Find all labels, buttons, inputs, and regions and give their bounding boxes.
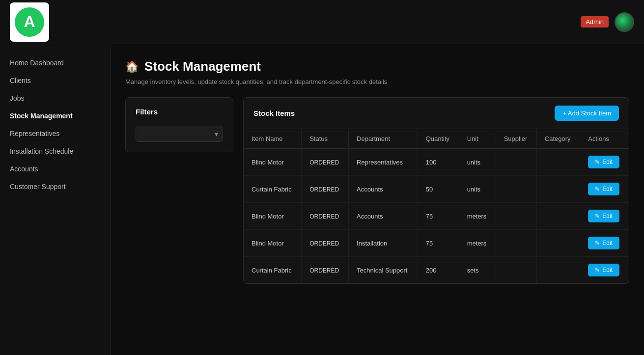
cell-actions: ✎ Edit (580, 257, 629, 284)
stock-table: Item Name Status Department Quantity Uni… (244, 129, 629, 283)
col-status: Status (302, 129, 349, 149)
filters-panel: Filters (125, 97, 233, 152)
table-row: Blind Motor ORDERED Accounts 75 meters ✎… (244, 203, 629, 230)
cell-actions: ✎ Edit (580, 149, 629, 176)
page-subtitle: Manage inventory levels, update stock qu… (125, 78, 629, 85)
logo-letter: A (15, 7, 44, 37)
table-row: Curtain Fabric ORDERED Technical Support… (244, 257, 629, 284)
edit-icon: ✎ (595, 186, 600, 192)
cell-quantity: 75 (418, 230, 459, 257)
cell-supplier (496, 257, 536, 284)
cell-supplier (496, 230, 536, 257)
col-department: Department (349, 129, 418, 149)
cell-quantity: 50 (418, 176, 459, 203)
cell-status: ORDERED (302, 176, 349, 203)
col-unit: Unit (459, 129, 496, 149)
admin-badge: Admin (581, 16, 609, 27)
edit-button[interactable]: ✎ Edit (588, 183, 619, 195)
layout: Home Dashboard Clients Jobs Stock Manage… (0, 44, 644, 355)
cell-department: Accounts (349, 176, 418, 203)
col-quantity: Quantity (418, 129, 459, 149)
filter-select[interactable] (136, 126, 223, 142)
edit-button[interactable]: ✎ Edit (588, 210, 619, 222)
stock-header: Stock Items + Add Stock Item (244, 98, 629, 129)
col-item-name: Item Name (244, 129, 302, 149)
table-row: Blind Motor ORDERED Installation 75 mete… (244, 230, 629, 257)
add-stock-item-button[interactable]: + Add Stock Item (555, 106, 619, 121)
sidebar-item-accounts[interactable]: Accounts (0, 160, 110, 178)
edit-button[interactable]: ✎ Edit (588, 156, 619, 168)
edit-icon: ✎ (595, 267, 600, 273)
cell-quantity: 200 (418, 257, 459, 284)
cell-item-name: Blind Motor (244, 203, 302, 230)
sidebar-item-installation-schedule[interactable]: Installation Schedule (0, 142, 110, 160)
sidebar-item-clients[interactable]: Clients (0, 72, 110, 89)
cell-department: Accounts (349, 203, 418, 230)
cell-department: Representatives (349, 149, 418, 176)
edit-icon: ✎ (595, 213, 600, 219)
cell-quantity: 100 (418, 149, 459, 176)
edit-button[interactable]: ✎ Edit (588, 237, 619, 249)
sidebar-item-home-dashboard[interactable]: Home Dashboard (0, 54, 110, 72)
col-supplier: Supplier (496, 129, 536, 149)
cell-supplier (496, 149, 536, 176)
table-row: Curtain Fabric ORDERED Accounts 50 units… (244, 176, 629, 203)
page-title: Stock Management (144, 59, 261, 74)
header-right: Admin (581, 12, 634, 32)
cell-status: ORDERED (302, 203, 349, 230)
cell-category (536, 203, 580, 230)
cell-status: ORDERED (302, 230, 349, 257)
edit-icon: ✎ (595, 240, 600, 246)
sidebar-item-customer-support[interactable]: Customer Support (0, 178, 110, 195)
table-header-row: Item Name Status Department Quantity Uni… (244, 129, 629, 149)
filters-title: Filters (136, 108, 223, 116)
cell-status: ORDERED (302, 257, 349, 284)
sidebar-item-jobs[interactable]: Jobs (0, 89, 110, 107)
cell-unit: meters (459, 230, 496, 257)
logo: A (10, 2, 49, 42)
cell-actions: ✎ Edit (580, 230, 629, 257)
filter-select-wrapper (136, 126, 223, 142)
cell-supplier (496, 203, 536, 230)
cell-category (536, 176, 580, 203)
table-row: Blind Motor ORDERED Representatives 100 … (244, 149, 629, 176)
stock-panel: Stock Items + Add Stock Item Item Name S… (243, 97, 629, 284)
cell-category (536, 230, 580, 257)
cell-department: Installation (349, 230, 418, 257)
cell-unit: meters (459, 203, 496, 230)
cell-category (536, 149, 580, 176)
col-actions: Actions (580, 129, 629, 149)
cell-item-name: Blind Motor (244, 230, 302, 257)
cell-unit: units (459, 176, 496, 203)
cell-item-name: Curtain Fabric (244, 176, 302, 203)
cell-department: Technical Support (349, 257, 418, 284)
cell-quantity: 75 (418, 203, 459, 230)
cell-status: ORDERED (302, 149, 349, 176)
cell-unit: units (459, 149, 496, 176)
content-row: Filters Stock Items + Add Stock Item Ite (125, 97, 629, 284)
cell-unit: sets (459, 257, 496, 284)
cell-actions: ✎ Edit (580, 176, 629, 203)
stock-title: Stock Items (253, 109, 295, 117)
cell-supplier (496, 176, 536, 203)
sidebar-item-representatives[interactable]: Representatives (0, 125, 110, 142)
sidebar: Home Dashboard Clients Jobs Stock Manage… (0, 44, 111, 355)
edit-icon: ✎ (595, 159, 600, 165)
cell-item-name: Blind Motor (244, 149, 302, 176)
cell-actions: ✎ Edit (580, 203, 629, 230)
col-category: Category (536, 129, 580, 149)
edit-button[interactable]: ✎ Edit (588, 264, 619, 276)
avatar[interactable] (615, 12, 634, 32)
cell-category (536, 257, 580, 284)
warehouse-icon: 🏠 (125, 60, 139, 73)
header: A Admin (0, 0, 644, 44)
cell-item-name: Curtain Fabric (244, 257, 302, 284)
main-content: 🏠 Stock Management Manage inventory leve… (111, 44, 644, 355)
sidebar-item-stock-management[interactable]: Stock Management (0, 107, 110, 125)
page-header: 🏠 Stock Management (125, 59, 629, 74)
